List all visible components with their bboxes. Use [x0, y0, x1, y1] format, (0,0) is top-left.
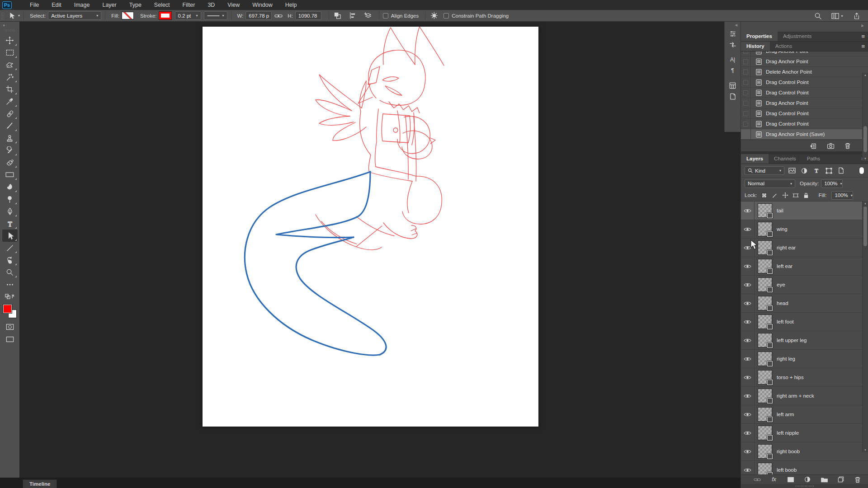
canvas-area[interactable] — [19, 22, 741, 478]
new-adjustment-layer-icon[interactable] — [802, 475, 812, 484]
layer-visibility-toggle[interactable] — [741, 294, 755, 312]
lock-image-pixels-icon[interactable] — [771, 192, 778, 199]
path-operations-icon[interactable] — [333, 11, 343, 20]
shape-width-field[interactable]: 697.78 p — [245, 11, 272, 20]
new-group-icon[interactable] — [819, 475, 829, 484]
filter-adjustment-layers-icon[interactable] — [800, 166, 809, 175]
layer-thumbnail[interactable] — [758, 444, 772, 459]
screen-mode-icon[interactable] — [2, 333, 18, 345]
history-step[interactable]: Drag Anchor Point — [741, 56, 868, 67]
stroke-width-field[interactable]: 0.2 pt ▾ — [175, 11, 201, 20]
menu-item[interactable]: Layer — [96, 0, 123, 10]
history-source-well[interactable] — [741, 67, 751, 77]
options-grip[interactable] — [1, 12, 4, 20]
notes-panel-icon[interactable] — [727, 91, 739, 102]
zoom-tool[interactable] — [2, 266, 18, 278]
layer-thumbnail[interactable] — [758, 240, 772, 255]
menu-item[interactable]: Help — [279, 0, 303, 10]
layer-row[interactable]: left foot — [741, 313, 868, 331]
filter-kind-dropdown[interactable]: Kind ▾ — [745, 166, 784, 175]
layer-style-fx-icon[interactable]: fx — [769, 475, 779, 484]
stroke-type-dropdown[interactable]: ▾ — [204, 11, 227, 20]
crop-tool[interactable] — [2, 83, 18, 95]
path-arrangement-icon[interactable] — [363, 11, 373, 20]
layer-thumbnail[interactable] — [758, 222, 772, 236]
lock-all-icon[interactable] — [802, 192, 810, 199]
fill-field[interactable]: 100% ▾ — [831, 191, 853, 200]
layer-visibility-toggle[interactable] — [741, 368, 755, 386]
layer-row[interactable]: left upper leg — [741, 331, 868, 350]
select-mode-dropdown[interactable]: Active Layers ▾ — [48, 11, 101, 20]
layer-thumbnail[interactable] — [758, 407, 772, 422]
type-tool[interactable]: T — [2, 217, 18, 230]
delete-layer-icon[interactable] — [853, 475, 863, 484]
layer-thumbnail[interactable] — [758, 259, 772, 273]
eyedropper-tool[interactable] — [2, 95, 18, 108]
layer-row[interactable]: right boob — [741, 442, 868, 461]
menu-item[interactable]: File — [24, 0, 45, 10]
layer-row[interactable]: head — [741, 294, 868, 313]
layer-visibility-toggle[interactable] — [741, 331, 755, 349]
swap-colors-icon[interactable] — [2, 291, 18, 303]
history-step[interactable]: Drag Anchor Point — [741, 98, 868, 108]
history-brush-tool[interactable] — [2, 144, 18, 156]
libraries-panel-icon[interactable] — [727, 80, 739, 91]
expand-dock-icon[interactable]: « — [732, 22, 741, 28]
smudge-tool[interactable] — [2, 181, 18, 193]
filter-type-layers-icon[interactable]: T — [812, 166, 821, 175]
toolbar-collapse-icon[interactable]: » — [0, 22, 5, 28]
quick-mask-icon[interactable] — [2, 321, 18, 333]
layer-row[interactable]: left boob — [741, 461, 868, 475]
history-step[interactable]: Drag Control Point — [741, 77, 868, 88]
shape-height-field[interactable]: 1090.78 — [295, 11, 321, 20]
path-selection-tool[interactable] — [2, 230, 18, 242]
character-panel-icon[interactable]: A| — [727, 54, 739, 65]
path-alignment-icon[interactable] — [348, 11, 358, 20]
layer-thumbnail[interactable] — [758, 389, 772, 403]
history-source-well[interactable] — [741, 98, 751, 108]
history-step[interactable]: Delete Anchor Point — [741, 67, 868, 77]
link-dimensions-icon[interactable] — [274, 11, 283, 20]
history-step[interactable]: Drag Control Point — [741, 108, 868, 119]
layers-scroll-thumb[interactable] — [863, 206, 867, 246]
layer-thumbnail[interactable] — [758, 426, 772, 440]
history-source-well[interactable] — [741, 56, 751, 66]
layer-row[interactable]: left ear — [741, 257, 868, 276]
paragraph-panel-icon[interactable]: ¶ — [727, 65, 739, 76]
layer-visibility-toggle[interactable] — [741, 202, 755, 220]
layer-thumbnail[interactable] — [758, 352, 772, 366]
brushes-panel-icon[interactable] — [727, 28, 739, 39]
history-source-well[interactable] — [741, 77, 751, 87]
panel-resize-grip[interactable] — [741, 484, 868, 488]
dodge-tool[interactable] — [2, 193, 18, 205]
layer-row[interactable]: wing — [741, 220, 868, 239]
history-step[interactable]: Drag Control Point — [741, 88, 868, 98]
gear-icon[interactable] — [429, 11, 439, 20]
new-snapshot-icon[interactable] — [826, 141, 835, 150]
layer-visibility-toggle[interactable] — [741, 350, 755, 368]
history-step[interactable]: Drag Anchor Point — [741, 52, 868, 56]
menu-item[interactable]: Type — [123, 0, 148, 10]
artboard[interactable] — [203, 27, 538, 427]
menu-item[interactable]: Edit — [45, 0, 68, 10]
history-source-well[interactable] — [741, 88, 751, 98]
new-document-from-state-icon[interactable] — [808, 141, 818, 150]
foreground-color-swatch[interactable] — [3, 305, 12, 313]
delete-history-icon[interactable] — [843, 141, 853, 150]
lock-transparent-pixels-icon[interactable] — [761, 192, 768, 199]
layer-row[interactable]: right ear — [741, 239, 868, 257]
history-step[interactable]: Drag Control Point — [741, 119, 868, 129]
layer-visibility-toggle[interactable] — [741, 387, 755, 405]
layer-thumbnail[interactable] — [758, 370, 772, 385]
gradient-tool[interactable] — [2, 169, 18, 181]
panel-menu-icon[interactable]: ≡ — [861, 43, 864, 50]
lock-position-icon[interactable] — [782, 192, 789, 199]
layers-scrollbar[interactable]: ▲ ▼ — [862, 201, 868, 452]
layer-thumbnail[interactable] — [758, 333, 772, 347]
layer-visibility-toggle[interactable] — [741, 276, 755, 294]
history-source-well[interactable] — [741, 108, 751, 118]
align-edges-checkbox[interactable]: Align Edges — [383, 13, 419, 19]
stroke-swatch[interactable] — [159, 12, 171, 19]
tab-history[interactable]: History — [741, 42, 770, 51]
layer-thumbnail[interactable] — [758, 277, 772, 292]
